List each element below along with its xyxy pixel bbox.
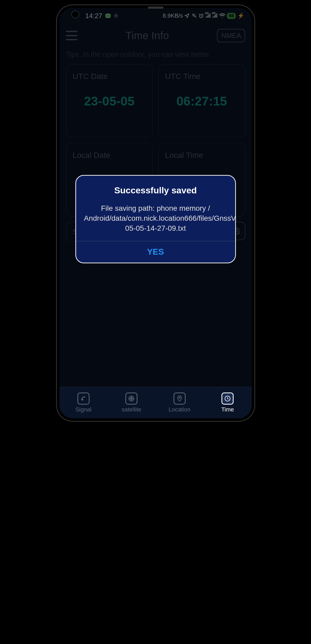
svg-point-0	[106, 14, 109, 17]
signal-hd-icon-1: HD	[205, 13, 211, 18]
nav-label: satellite	[122, 406, 141, 413]
local-time-label: Local Time	[165, 151, 239, 160]
clock-icon	[221, 393, 234, 405]
app-header: Time Info NMEA	[60, 24, 252, 47]
tips-text: Tips: In the open outdoor, you can view …	[60, 47, 252, 64]
dialog-yes-button[interactable]: YES	[76, 241, 235, 263]
utc-time-value: 06:27:15	[165, 94, 239, 108]
nav-time[interactable]: Time	[204, 387, 252, 418]
local-date-label: Local Date	[73, 151, 146, 160]
nav-label: Time	[221, 406, 234, 413]
radar-icon	[125, 393, 137, 405]
nav-signal[interactable]: Signal	[60, 387, 108, 418]
bottom-nav: Signal satellite Location Time	[60, 387, 252, 418]
charging-icon: ⚡	[237, 12, 244, 19]
utc-time-label: UTC Time	[165, 72, 239, 81]
map-pin-icon	[174, 393, 186, 405]
network-speed: 8.9KB/s	[162, 12, 183, 19]
utc-date-label: UTC Date	[73, 72, 146, 81]
status-right: 8.9KB/s HD HD	[162, 12, 244, 19]
nmea-button[interactable]: NMEA	[217, 29, 245, 42]
location-arrow-icon	[184, 13, 190, 18]
utc-date-value: 23-05-05	[73, 94, 146, 108]
nav-label: Signal	[75, 406, 91, 413]
page-title: Time Info	[125, 30, 169, 42]
nav-satellite[interactable]: satellite	[107, 387, 156, 418]
svg-point-10	[179, 397, 180, 398]
menu-button[interactable]	[66, 31, 77, 40]
vibrate-icon	[191, 13, 197, 19]
utc-date-card: UTC Date 23-05-05	[66, 64, 153, 138]
save-success-dialog: Successfully saved File saving path: pho…	[75, 175, 236, 263]
camera-cutout	[71, 11, 79, 18]
phone-frame: 14:27 8.9KB/s	[57, 5, 254, 421]
svg-point-2	[115, 15, 116, 16]
speaker-grille	[148, 7, 164, 9]
svg-point-6	[82, 399, 83, 400]
signal-dish-icon	[77, 393, 90, 405]
status-bar: 14:27 8.9KB/s	[60, 8, 252, 24]
status-time: 14:27	[85, 12, 102, 20]
dialog-title: Successfully saved	[76, 176, 235, 200]
signal-hd-icon-2: HD	[212, 13, 218, 18]
nav-label: Location	[169, 406, 190, 413]
dialog-body: File saving path: phone memory / Android…	[76, 200, 235, 241]
battery-indicator: 98	[227, 13, 235, 19]
app-badge-icon	[105, 13, 111, 18]
phone-screen: 14:27 8.9KB/s	[60, 8, 252, 418]
utc-time-card: UTC Time 06:27:15	[158, 64, 245, 138]
secondary-badge-icon	[113, 12, 118, 20]
nav-location[interactable]: Location	[156, 387, 204, 418]
wifi-icon	[219, 13, 225, 18]
alarm-icon	[199, 13, 204, 18]
